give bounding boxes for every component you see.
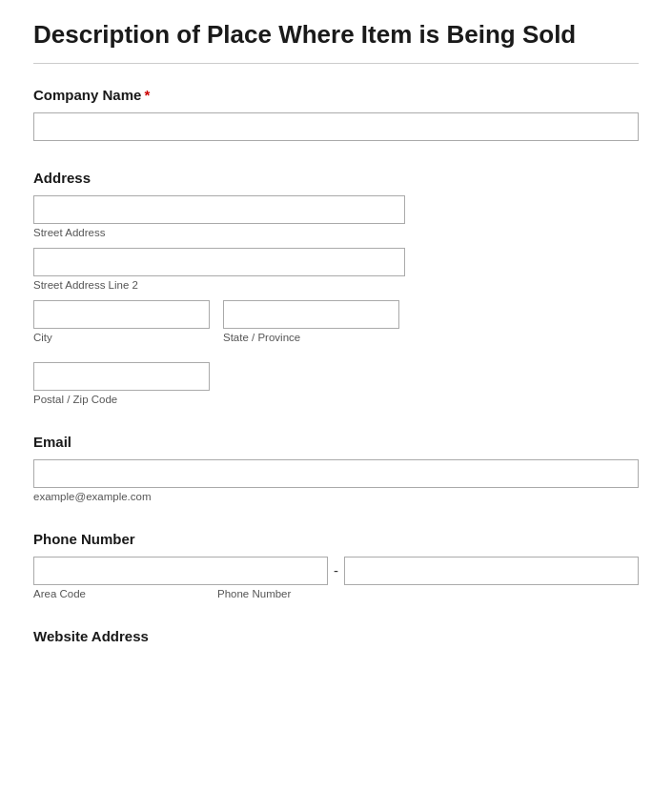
zip-field: Postal / Zip Code xyxy=(33,362,210,405)
street1-field: Street Address xyxy=(33,195,639,238)
email-input[interactable] xyxy=(33,459,639,488)
email-hint: example@example.com xyxy=(33,491,639,502)
street1-hint: Street Address xyxy=(33,227,639,238)
state-field: State / Province xyxy=(223,300,399,343)
address-section: Address Street Address Street Address Li… xyxy=(33,170,639,405)
website-label: Website Address xyxy=(33,628,639,644)
address-label: Address xyxy=(33,170,639,186)
section-divider xyxy=(33,63,639,64)
page-title: Description of Place Where Item is Being… xyxy=(33,19,639,51)
area-code-input[interactable] xyxy=(33,557,328,585)
street-address-input[interactable] xyxy=(33,195,405,224)
street-address-line2-input[interactable] xyxy=(33,248,405,276)
zip-input[interactable] xyxy=(33,362,210,391)
city-hint: City xyxy=(33,332,210,343)
state-hint: State / Province xyxy=(223,332,399,343)
company-name-section: Company Name* xyxy=(33,87,639,141)
zip-hint: Postal / Zip Code xyxy=(33,394,210,405)
phone-dash: - xyxy=(328,557,344,585)
website-section: Website Address xyxy=(33,628,639,644)
email-section: Email example@example.com xyxy=(33,434,639,502)
street2-hint: Street Address Line 2 xyxy=(33,279,639,291)
email-label: Email xyxy=(33,434,639,450)
phone-hints: Area Code Phone Number xyxy=(33,588,639,599)
company-name-input[interactable] xyxy=(33,112,639,141)
phone-label: Phone Number xyxy=(33,531,639,547)
city-state-row: City State / Province xyxy=(33,300,639,353)
city-input[interactable] xyxy=(33,300,210,329)
phone-row: - xyxy=(33,557,639,585)
company-name-label: Company Name* xyxy=(33,87,639,103)
phone-number-input[interactable] xyxy=(344,557,639,585)
street2-field: Street Address Line 2 xyxy=(33,248,639,291)
area-code-hint: Area Code xyxy=(33,588,200,599)
phone-number-hint: Phone Number xyxy=(217,588,291,599)
required-indicator: * xyxy=(144,87,150,103)
state-input[interactable] xyxy=(223,300,399,329)
city-field: City xyxy=(33,300,210,343)
phone-section: Phone Number - Area Code Phone Number xyxy=(33,531,639,599)
